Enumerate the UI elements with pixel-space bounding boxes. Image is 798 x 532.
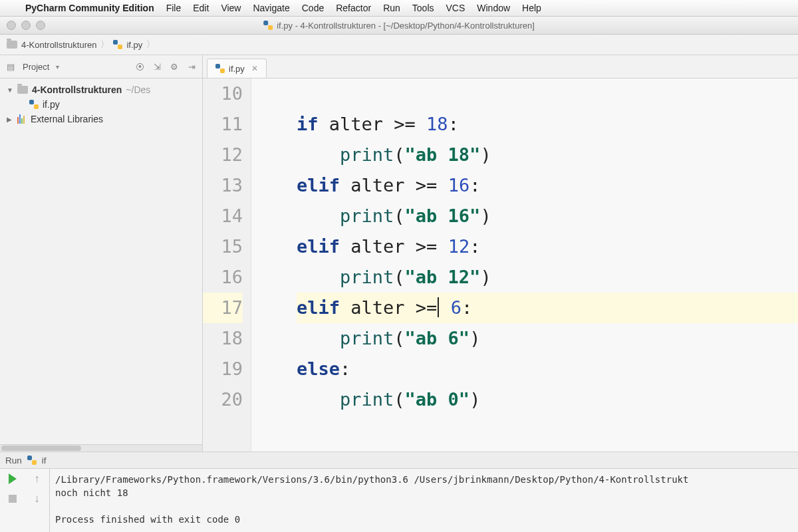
run-config-name[interactable]: if xyxy=(42,456,47,466)
token-id: alter xyxy=(350,236,404,257)
python-file-icon xyxy=(27,456,37,465)
token-op: ) xyxy=(469,389,480,410)
close-tab-icon[interactable]: ✕ xyxy=(251,64,258,73)
window-titlebar: if.py - 4-Kontrollstrukturen - [~/Deskto… xyxy=(0,17,798,35)
macos-menubar: PyCharm Community Edition FileEditViewNa… xyxy=(0,0,798,17)
line-number: 18 xyxy=(203,323,243,354)
code-line[interactable]: print("ab 6") xyxy=(297,323,798,354)
project-horizontal-scrollbar[interactable] xyxy=(0,444,202,452)
token-indent xyxy=(297,205,340,226)
token-indent xyxy=(297,328,340,348)
editor-tab-label: if.py xyxy=(229,64,245,74)
token-str: "ab 0" xyxy=(405,389,470,410)
token-str: "ab 18" xyxy=(405,144,481,165)
tree-root[interactable]: ▼ 4-Kontrollstrukturen ~/Des xyxy=(3,82,200,97)
code-editor[interactable]: 1011121314151617181920 if alter >= 18: p… xyxy=(203,78,798,452)
window-title-text: if.py - 4-Kontrollstrukturen - [~/Deskto… xyxy=(277,21,535,31)
collapse-all-icon[interactable]: ⇲ xyxy=(152,61,162,72)
token-kw: else xyxy=(297,358,340,379)
code-line[interactable]: elif alter >= 12: xyxy=(297,231,798,262)
token-num: 16 xyxy=(448,175,470,196)
token-num: 6 xyxy=(451,297,462,318)
project-panel-header: ▤ Project ▾ ⦿ ⇲ ⚙ ⇥ xyxy=(0,55,202,78)
code-line[interactable]: elif alter >= 6: xyxy=(297,293,798,323)
code-line[interactable]: else: xyxy=(297,354,798,384)
token-op: ( xyxy=(394,144,404,165)
run-console-output[interactable]: /Library/Frameworks/Python.framework/Ver… xyxy=(50,469,798,532)
arrow-up-icon: ↑ xyxy=(35,473,40,485)
stop-button[interactable] xyxy=(0,489,25,509)
token-sp xyxy=(405,236,416,257)
tree-file-label: if.py xyxy=(43,99,60,110)
menu-file[interactable]: File xyxy=(166,3,182,13)
tree-root-label: 4-Kontrollstrukturen xyxy=(32,84,122,95)
token-num: 12 xyxy=(448,236,470,257)
line-number: 15 xyxy=(203,231,243,262)
menu-help[interactable]: Help xyxy=(522,3,541,13)
gear-icon[interactable]: ⚙ xyxy=(169,61,180,72)
app-name[interactable]: PyCharm Community Edition xyxy=(25,3,154,13)
menu-vcs[interactable]: VCS xyxy=(446,3,466,13)
code-line[interactable]: print("ab 18") xyxy=(297,140,798,170)
target-icon[interactable]: ⦿ xyxy=(134,61,145,72)
run-tool-window: Run if ↑ ↓ /Library/Frameworks/Python.fr… xyxy=(0,452,798,532)
scroll-up-button[interactable]: ↑ xyxy=(25,469,49,489)
menu-edit[interactable]: Edit xyxy=(193,3,209,13)
menu-run[interactable]: Run xyxy=(383,3,400,13)
project-panel-title[interactable]: Project xyxy=(23,62,49,72)
menu-window[interactable]: Window xyxy=(477,3,510,13)
line-number: 12 xyxy=(203,140,243,170)
token-fn: print xyxy=(340,328,394,348)
chevron-right-icon[interactable]: ▶ xyxy=(7,116,13,123)
token-sp xyxy=(405,297,416,318)
menu-tools[interactable]: Tools xyxy=(412,3,434,13)
close-window-button[interactable] xyxy=(7,21,16,30)
token-fn: print xyxy=(340,267,394,287)
editor-area: if.py ✕ 1011121314151617181920 if alter … xyxy=(203,55,798,452)
scrollbar-thumb[interactable] xyxy=(1,446,81,451)
token-op: >= xyxy=(394,114,416,134)
scroll-down-button[interactable]: ↓ xyxy=(25,489,49,509)
breadcrumb-folder[interactable]: 4-Kontrollstrukturen xyxy=(21,40,96,50)
menu-code[interactable]: Code xyxy=(302,3,324,13)
token-op: >= xyxy=(416,297,438,318)
editor-content[interactable]: if alter >= 18: print("ab 18")elif alter… xyxy=(251,78,798,452)
code-line[interactable]: elif alter >= 16: xyxy=(297,170,798,201)
minimize-window-button[interactable] xyxy=(21,21,31,30)
token-fn: print xyxy=(340,144,394,165)
menu-view[interactable]: View xyxy=(221,3,241,13)
tree-file[interactable]: if.py xyxy=(3,97,200,112)
token-op: : xyxy=(448,114,459,134)
tree-external-libraries[interactable]: ▶ External Libraries xyxy=(3,112,200,126)
token-indent xyxy=(297,144,340,165)
project-view-icon[interactable]: ▤ xyxy=(5,61,16,72)
zoom-window-button[interactable] xyxy=(36,21,45,30)
run-panel-body: ↑ ↓ /Library/Frameworks/Python.framework… xyxy=(0,469,798,532)
line-number: 14 xyxy=(203,201,243,231)
chevron-right-icon: 〉 xyxy=(146,39,155,51)
token-fn: print xyxy=(340,389,394,410)
code-line[interactable]: print("ab 16") xyxy=(297,201,798,231)
editor-tab[interactable]: if.py ✕ xyxy=(207,59,267,78)
breadcrumb-file[interactable]: if.py xyxy=(126,40,142,50)
chevron-down-icon[interactable]: ▾ xyxy=(56,63,59,70)
code-line[interactable]: print("ab 0") xyxy=(297,384,798,415)
code-line[interactable]: print("ab 12") xyxy=(297,262,798,293)
chevron-right-icon: 〉 xyxy=(100,39,109,51)
tree-root-path: ~/Des xyxy=(126,84,150,95)
hide-panel-icon[interactable]: ⇥ xyxy=(186,61,197,72)
token-op: ( xyxy=(394,389,404,410)
python-file-icon xyxy=(29,100,39,109)
token-sp xyxy=(437,175,448,196)
menu-refactor[interactable]: Refactor xyxy=(336,3,371,13)
code-line[interactable] xyxy=(297,78,798,109)
rerun-button[interactable] xyxy=(0,469,25,489)
code-line[interactable]: if alter >= 18: xyxy=(297,109,798,140)
menu-navigate[interactable]: Navigate xyxy=(253,3,289,13)
play-icon xyxy=(9,473,17,484)
line-number: 16 xyxy=(203,262,243,293)
python-file-icon xyxy=(113,40,122,49)
chevron-down-icon[interactable]: ▼ xyxy=(7,86,13,94)
token-id: alter xyxy=(329,114,383,134)
main-area: ▤ Project ▾ ⦿ ⇲ ⚙ ⇥ ▼ 4-Kontrollstruktur… xyxy=(0,55,798,452)
